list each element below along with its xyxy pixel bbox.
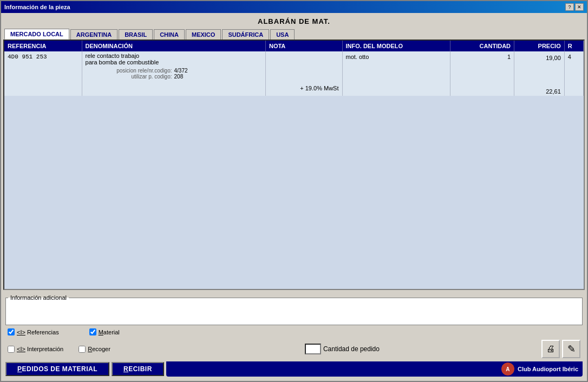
nota-value1: 4/372 [174,68,188,74]
nota-value2: 208 [174,74,184,80]
club-logo: A [501,363,514,376]
denom-line1: rele contacto trabajo [86,52,262,59]
cantidad-pedido-label: Cantidad de pedido [323,345,380,353]
info-adicional-content[interactable] [8,303,580,322]
r-value: 4 [568,54,571,60]
nota-label2: utilizar p. codigo: [86,74,172,80]
col-cantidad: CANTIDAD [450,41,514,51]
material-label: Material [99,329,120,335]
table-row: 4D0 951 253 rele contacto trabajo para b… [4,51,584,96]
bottom-buttons-row: PEDIDOS DE MATERIAL RECIBIR A Club Audio… [5,361,583,377]
cell-denominacion: rele contacto trabajo para bomba de comb… [82,51,265,96]
cell-r: 4 [564,51,583,96]
checkboxes-row1: <I> Referencias Material [5,327,583,337]
help-button[interactable]: ? [565,3,574,11]
albaran-header: ALBARÁN DE MAT. [3,15,585,28]
tab-brasil[interactable]: BRASIL [119,29,153,39]
info-adicional-fieldset: Información adicional [5,294,583,325]
title-bar-buttons: ? ✕ [565,3,584,11]
recoger-label: Recoger [88,346,110,352]
col-info-modelo: INFO. DEL MODELO [342,41,450,51]
info-adicional-legend: Información adicional [8,294,69,301]
interpretacion-label: <I> Interpretación [17,346,63,352]
checkbox-referencias: <I> Referencias [8,328,59,335]
tax-value: 22,61 [518,88,561,95]
close-button[interactable]: ✕ [575,3,584,11]
tab-sudafrica[interactable]: SUDÁFRICA [222,29,269,39]
col-referencia: REFERENCIA [4,41,82,51]
tab-china[interactable]: CHINA [154,29,185,39]
checkboxes-row2: <I> Interpretación Recoger Cantidad de p… [5,339,583,359]
edit-button[interactable]: ✎ [562,340,580,358]
cell-info-modelo: mot. otto [342,51,450,96]
window-title: Información de la pieza [4,4,70,10]
precio-value: 19,00 [518,52,561,61]
tab-argentina[interactable]: ARGENTINA [70,29,117,39]
cell-precio: 19,00 22,61 [514,51,565,96]
material-checkbox[interactable] [89,328,96,335]
albaran-title: ALBARÁN DE MAT. [258,17,330,25]
checkbox-recoger: Recoger [79,346,110,353]
tabs-container: MERCADO LOCAL ARGENTINA BRASIL CHINA MEX… [3,28,585,39]
print-icon: 🖨 [546,344,555,354]
empty-area [4,96,584,289]
col-denominacion: DENOMINACIÓN [82,41,265,51]
tax-label: + 19.0% MwSt [300,85,338,91]
content-area: ALBARÁN DE MAT. MERCADO LOCAL ARGENTINA … [1,13,587,381]
checkbox-material: Material [89,328,120,335]
recibir-button[interactable]: RECIBIR [112,362,164,376]
col-precio: PRECIO [514,41,565,51]
denom-line2: para bomba de combustible [86,59,262,65]
title-bar: Información de la pieza ? ✕ [1,1,587,13]
main-window: Información de la pieza ? ✕ ALBARÁN DE M… [0,0,588,382]
right-icon-buttons: 🖨 ✎ [541,340,580,358]
tab-mexico[interactable]: MEXICO [186,29,221,39]
tab-usa[interactable]: USA [270,29,295,39]
recoger-checkbox[interactable] [79,346,86,353]
tab-mercado-local[interactable]: MERCADO LOCAL [4,29,69,39]
info-modelo-value: mot. otto [346,54,369,60]
bottom-section: Información adicional <I> Referencias Ma… [3,290,585,379]
referencia-value: 4D0 951 253 [8,54,47,60]
cell-nota: + 19.0% MwSt [265,51,342,96]
referencias-checkbox[interactable] [8,328,15,335]
checkbox-interpretacion: <I> Interpretación [8,346,63,353]
cantidad-pedido-input[interactable] [305,344,321,354]
nota-label1: posicion rele/nr.codigo: [86,68,172,74]
club-name: Club Audioport Ibéric [518,366,578,372]
interpretacion-checkbox[interactable] [8,346,15,353]
data-table: REFERENCIA DENOMINACIÓN NOTA INFO. DEL M… [4,41,584,96]
main-panel: REFERENCIA DENOMINACIÓN NOTA INFO. DEL M… [3,39,585,290]
cantidad-value: 1 [507,54,511,60]
cell-referencia: 4D0 951 253 [4,51,82,96]
referencias-label: <I> Referencias [17,329,59,335]
cell-cantidad: 1 [450,51,514,96]
cantidad-pedido-field: Cantidad de pedido [305,344,380,354]
print-button[interactable]: 🖨 [541,340,560,358]
col-r: R [564,41,583,51]
edit-icon: ✎ [567,343,576,355]
col-nota: NOTA [265,41,342,51]
pedidos-button[interactable]: PEDIDOS DE MATERIAL [5,362,109,376]
club-bar: A Club Audioport Ibéric [166,361,583,377]
